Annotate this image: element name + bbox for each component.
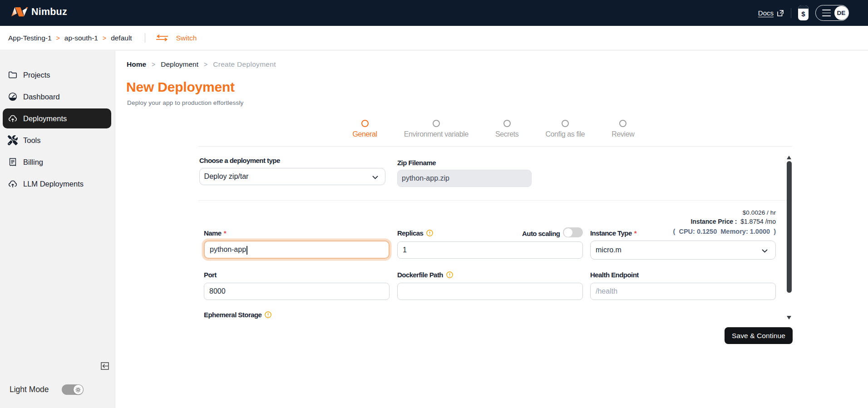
required-asterisk: * <box>224 229 226 237</box>
main-content: Home > Deployment > Create Deployment Ne… <box>116 51 868 408</box>
ephemeral-storage-label: Ephemeral Storage <box>204 311 271 319</box>
workspace-namespace[interactable]: default <box>111 34 132 42</box>
step-review[interactable]: Review <box>612 120 634 138</box>
chevron-down-icon <box>371 173 379 181</box>
workspace-project[interactable]: App-Testing-1 <box>8 34 52 42</box>
replicas-input[interactable]: 1 <box>397 241 583 259</box>
step-label: Config as file <box>545 130 585 138</box>
required-asterisk: * <box>634 229 636 237</box>
health-endpoint-label: Health Endpoint <box>590 271 639 279</box>
step-config-as-file[interactable]: Config as file <box>545 120 585 138</box>
name-input[interactable]: python-app <box>204 241 390 259</box>
toggle-knob <box>564 228 572 237</box>
sidebar-item-dashboard[interactable]: Dashboard <box>3 87 111 107</box>
account-menu-button[interactable]: DE <box>815 5 849 21</box>
chevron-down-icon <box>761 247 769 255</box>
workspace-bar: App-Testing-1 > ap-south-1 > default Swi… <box>0 26 868 50</box>
text-caret <box>247 246 247 255</box>
scrollbar-down-arrow[interactable] <box>787 316 791 320</box>
step-label: Environment variable <box>404 130 469 138</box>
hourly-price: $0.0026 / hr <box>673 209 776 216</box>
sidebar-item-label: Tools <box>23 136 41 145</box>
port-input[interactable]: 8000 <box>204 283 390 300</box>
workspace-divider <box>145 33 145 43</box>
dockerfile-path-input[interactable] <box>397 283 583 300</box>
section-divider <box>198 200 792 201</box>
brand-name: Nimbuz <box>31 6 67 18</box>
breadcrumb-home[interactable]: Home <box>127 60 146 69</box>
deployment-type-value: Deploy zip/tar <box>204 172 249 181</box>
tools-icon <box>8 135 18 145</box>
menu-icon <box>822 10 831 16</box>
sidebar-item-billing[interactable]: Billing <box>3 152 111 172</box>
info-icon[interactable] <box>446 271 453 278</box>
billing-receipt-icon <box>8 157 18 167</box>
step-general[interactable]: General <box>353 120 377 138</box>
nimbuz-logo-icon <box>11 7 28 17</box>
scrollbar-up-arrow[interactable] <box>787 156 791 159</box>
step-circle <box>562 120 569 127</box>
brand[interactable]: Nimbuz <box>11 6 67 18</box>
step-secrets[interactable]: Secrets <box>495 120 518 138</box>
sidebar-item-deployments[interactable]: Deployments <box>3 108 111 128</box>
port-value: 8000 <box>209 287 226 295</box>
info-icon[interactable] <box>265 311 271 318</box>
page-subtitle: Deploy your app to production effortless… <box>127 99 244 106</box>
save-continue-button[interactable]: Save & Continue <box>725 327 793 344</box>
light-mode-toggle[interactable] <box>62 384 84 395</box>
stepper: General Environment variable Secrets Con… <box>197 120 790 138</box>
external-link-icon <box>777 10 784 17</box>
deployment-type-select[interactable]: Deploy zip/tar <box>199 168 385 185</box>
sidebar-item-tools[interactable]: Tools <box>3 130 111 150</box>
collapse-icon <box>101 362 109 370</box>
sidebar: Projects Dashboard Deployments <box>0 51 115 408</box>
instance-pricing: $0.0026 / hr Instance Price : $1.8754 /m… <box>673 209 776 235</box>
folder-icon <box>8 70 18 80</box>
step-circle <box>619 120 626 127</box>
scrollbar-thumb[interactable] <box>787 161 792 293</box>
instance-type-select[interactable]: micro.m <box>590 241 776 260</box>
breadcrumb-deployment[interactable]: Deployment <box>161 60 198 69</box>
workspace-region[interactable]: ap-south-1 <box>64 34 98 42</box>
dashboard-gauge-icon <box>8 92 18 102</box>
health-endpoint-input[interactable]: /health <box>590 283 776 300</box>
step-label: Secrets <box>495 130 518 138</box>
sidebar-item-label: Projects <box>23 71 50 79</box>
switch-workspace-button[interactable]: Switch <box>156 34 197 42</box>
instance-price-label: Instance Price : <box>690 218 737 225</box>
step-circle <box>433 120 440 127</box>
light-mode-label: Light Mode <box>10 385 49 394</box>
instance-type-value: micro.m <box>596 246 621 254</box>
name-value: python-app <box>210 246 246 254</box>
light-mode-knob <box>74 385 83 394</box>
avatar: DE <box>834 6 848 20</box>
dollar-icon: $ <box>801 10 805 18</box>
topbar-divider <box>791 8 791 18</box>
light-mode-row: Light Mode <box>10 384 84 395</box>
breadcrumb-separator: > <box>152 61 155 68</box>
sun-icon <box>75 387 81 393</box>
info-icon[interactable] <box>426 230 433 236</box>
breadcrumb-separator: > <box>204 61 207 68</box>
monthly-price: Instance Price : $1.8754 /mo <box>673 218 776 225</box>
sidebar-item-label: Deployments <box>23 114 67 123</box>
sidebar-item-llm-deployments[interactable]: LLM Deployments <box>3 174 111 194</box>
sidebar-item-projects[interactable]: Projects <box>3 65 111 85</box>
docs-link[interactable]: Docs <box>758 9 784 17</box>
collapse-sidebar-button[interactable] <box>101 362 109 370</box>
dollar-badge-cap <box>798 5 809 9</box>
sidebar-item-label: LLM Deployments <box>23 180 84 188</box>
auto-scaling-toggle[interactable] <box>563 227 583 237</box>
page-breadcrumb: Home > Deployment > Create Deployment <box>127 60 276 69</box>
topbar: Nimbuz Docs $ DE <box>0 0 868 26</box>
billing-currency-button[interactable]: $ <box>798 5 809 20</box>
switch-label: Switch <box>176 34 197 42</box>
step-environment-variable[interactable]: Environment variable <box>404 120 469 138</box>
sidebar-nav: Projects Dashboard Deployments <box>0 65 115 194</box>
instance-specs: ( CPU: 0.1250 Memory: 1.0000 ) <box>673 228 776 235</box>
replicas-value: 1 <box>403 246 407 254</box>
monthly-price-value: $1.8754 /mo <box>740 218 776 225</box>
breadcrumb-separator: > <box>103 34 106 42</box>
docs-label: Docs <box>758 9 774 17</box>
port-label: Port <box>204 271 217 279</box>
